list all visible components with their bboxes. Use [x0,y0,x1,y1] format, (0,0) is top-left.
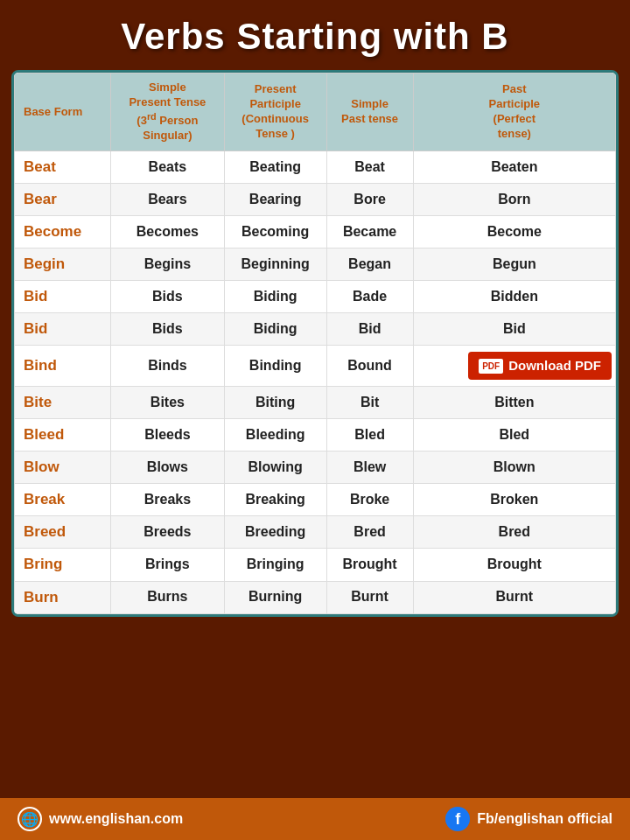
table-cell: Bit [326,386,413,418]
col-past-participle: PastParticiple(Perfecttense) [413,74,615,151]
table-cell: Burning [224,581,326,613]
table-cell: Blew [326,452,413,484]
table-cell: Bound [326,346,413,387]
table-cell: Binding [224,346,326,387]
table-cell: Beat [326,150,413,183]
table-header-row: Base Form SimplePresent Tense(3rd Person… [15,74,616,151]
table-cell: Bearing [224,183,326,215]
table-cell: Born [413,183,615,215]
table-cell: Beat [15,150,111,183]
table-cell: Become [15,216,111,248]
globe-icon: 🌐 [18,807,42,831]
table-cell: Bled [413,419,615,452]
facebook-icon: f [445,807,470,831]
col-simple-present: SimplePresent Tense(3rd PersonSingular) [111,74,225,151]
download-label: Download PDF [508,357,601,374]
table-cell: Brought [326,549,413,581]
table-cell: Bites [111,386,225,418]
verb-table-container: Base Form SimplePresent Tense(3rd Person… [11,70,619,617]
table-row: BindBindsBindingBoundPDFDownload PDF [15,346,616,387]
table-cell: Bled [326,419,413,452]
table-cell: Bids [111,281,225,313]
table-cell: Begins [111,248,225,281]
table-cell: Breaks [111,484,225,516]
table-cell: Burnt [413,581,615,613]
table-cell: Bear [15,183,111,215]
table-cell: Bind [15,346,111,387]
table-cell: Broken [413,484,615,516]
footer-facebook: f Fb/englishan official [445,807,612,831]
table-row: BiteBitesBitingBitBitten [15,386,616,418]
page-title: Verbs Starting with B [9,16,621,58]
table-row: BurnBurnsBurningBurntBurnt [15,581,616,613]
table-row: BeginBeginsBeginningBeganBegun [15,248,616,281]
table-cell: Began [326,248,413,281]
table-cell: Bears [111,183,225,215]
col-simple-past: SimplePast tense [326,74,413,151]
table-cell: Bringing [224,549,326,581]
table-row: BidBidsBidingBidBid [15,313,616,346]
table-cell: Beaten [413,150,615,183]
verb-table: Base Form SimplePresent Tense(3rd Person… [14,73,616,614]
table-row: BlowBlowsBlowingBlewBlown [15,452,616,484]
table-cell: Bidden [413,281,615,313]
table-cell: Broke [326,484,413,516]
table-cell: Bids [111,313,225,346]
table-row: BreedBreedsBreedingBredBred [15,516,616,549]
footer: 🌐 www.englishan.com f Fb/englishan offic… [0,798,630,840]
table-cell: Brings [111,549,225,581]
table-cell: Blown [413,452,615,484]
table-cell: Bid [15,313,111,346]
table-cell: Blows [111,452,225,484]
table-cell: Beats [111,150,225,183]
facebook-handle: Fb/englishan official [477,811,612,827]
table-cell: Biting [224,386,326,418]
table-cell: Bid [413,313,615,346]
table-cell: Beginning [224,248,326,281]
table-cell: Blow [15,452,111,484]
table-cell: Begun [413,248,615,281]
table-cell: Breaking [224,484,326,516]
footer-website: 🌐 www.englishan.com [18,807,183,831]
table-row: BeatBeatsBeatingBeatBeaten [15,150,616,183]
table-cell: Become [413,216,615,248]
table-row: BreakBreaksBreakingBrokeBroken [15,484,616,516]
table-cell: Burnt [326,581,413,613]
table-cell: Begin [15,248,111,281]
table-cell: Bid [15,281,111,313]
table-cell: Bid [326,313,413,346]
table-cell: Burn [15,581,111,613]
table-cell: Burns [111,581,225,613]
table-cell: Beating [224,150,326,183]
table-cell: Blowing [224,452,326,484]
table-row: BearBearsBearingBoreBorn [15,183,616,215]
table-cell: Brought [413,549,615,581]
table-cell: Biding [224,313,326,346]
table-row: BidBidsBidingBadeBidden [15,281,616,313]
pdf-icon: PDF [479,359,503,374]
table-cell: Breed [15,516,111,549]
table-cell: Breeds [111,516,225,549]
table-row: BringBringsBringingBroughtBrought [15,549,616,581]
table-cell: Bred [326,516,413,549]
table-cell: Break [15,484,111,516]
table-cell: PDFDownload PDF [413,346,615,387]
title-bar: Verbs Starting with B [0,0,630,70]
table-cell: Bade [326,281,413,313]
table-cell: Bring [15,549,111,581]
download-pdf-button[interactable]: PDFDownload PDF [468,352,612,380]
website-url: www.englishan.com [49,811,183,827]
table-cell: Bitten [413,386,615,418]
table-row: BecomeBecomesBecomingBecameBecome [15,216,616,248]
table-cell: Bite [15,386,111,418]
table-cell: Bleeding [224,419,326,452]
table-cell: Bleed [15,419,111,452]
table-cell: Biding [224,281,326,313]
table-cell: Becoming [224,216,326,248]
table-cell: Becomes [111,216,225,248]
table-cell: Breeding [224,516,326,549]
table-cell: Binds [111,346,225,387]
table-row: BleedBleedsBleedingBledBled [15,419,616,452]
col-present-participle: PresentParticiple(ContinuousTense ) [224,74,326,151]
table-cell: Became [326,216,413,248]
